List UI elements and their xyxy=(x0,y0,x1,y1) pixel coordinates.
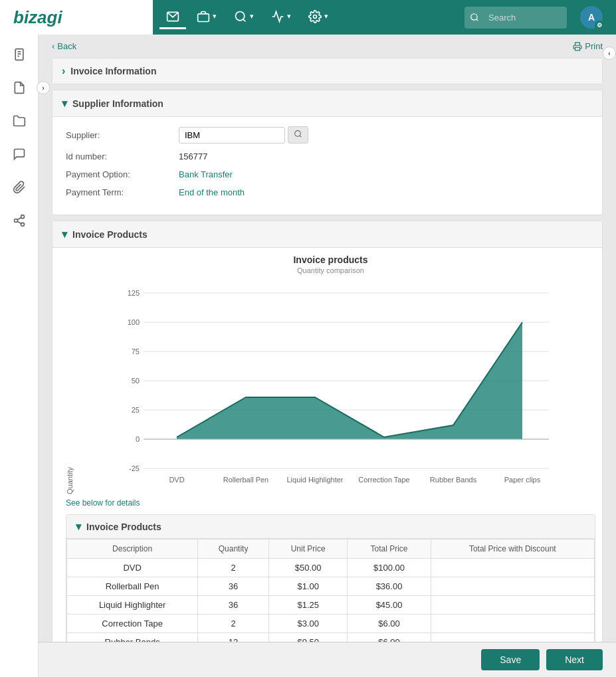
cell-unit_price: $1.25 xyxy=(268,596,348,615)
col-quantity: Quantity xyxy=(198,539,269,559)
save-button[interactable]: Save xyxy=(481,649,540,670)
cell-unit_price: $1.00 xyxy=(268,577,348,596)
id-number-row: Id number: 156777 xyxy=(66,151,589,161)
payment-option-row: Payment Option: Bank Transfer xyxy=(66,169,589,179)
invoice-products-table-header[interactable]: ▾ Invoice Products xyxy=(66,515,595,539)
svg-point-17 xyxy=(295,131,301,137)
svg-point-13 xyxy=(21,223,24,226)
logo-text: bizagi xyxy=(13,7,62,28)
see-below-link[interactable]: See below for details xyxy=(66,498,595,508)
nav-inbox-btn[interactable] xyxy=(159,6,186,29)
cell-unit_price: $3.00 xyxy=(268,615,348,633)
print-icon xyxy=(573,42,582,51)
cell-quantity: 36 xyxy=(198,577,269,596)
invoice-info-toggle-icon: › xyxy=(62,65,65,77)
col-total-price: Total Price xyxy=(348,539,431,559)
table-row: Correction Tape2$3.00$6.00 xyxy=(67,615,595,633)
cell-description: Rollerball Pen xyxy=(67,577,198,596)
svg-text:0: 0 xyxy=(136,435,140,443)
cell-total_price: $100.00 xyxy=(348,559,431,577)
invoice-products-chart-header[interactable]: ▾ Invoice Products xyxy=(52,221,602,248)
avatar-gear-icon: ⚙ xyxy=(595,21,604,30)
sidebar-collapse-btn[interactable]: › xyxy=(37,81,50,94)
cell-description: DVD xyxy=(67,559,198,577)
table-row: DVD2$50.00$100.00 xyxy=(67,559,595,577)
svg-text:Liquid Highlighter: Liquid Highlighter xyxy=(287,476,344,484)
payment-term-value: End of the month xyxy=(179,187,245,197)
svg-line-3 xyxy=(243,19,246,21)
sidebar-icon-clip[interactable] xyxy=(9,177,29,197)
chart-wrap: Quantity 125 xyxy=(66,280,595,494)
svg-text:125: 125 xyxy=(128,289,140,297)
invoice-products-chart-title: Invoice Products xyxy=(72,229,148,240)
cell-quantity: 36 xyxy=(198,596,269,615)
search-input[interactable] xyxy=(482,9,562,26)
bottom-bar: Save Next xyxy=(39,642,616,677)
cell-discount xyxy=(431,577,594,596)
nav-chart-btn[interactable]: ▾ xyxy=(264,6,298,29)
sidebar: › xyxy=(0,35,39,677)
invoice-products-chart-section: ▾ Invoice Products Invoice products Quan… xyxy=(52,221,603,677)
avatar-letter: A xyxy=(588,12,595,23)
chart-y-label: Quantity xyxy=(66,467,74,494)
chart-title: Invoice products xyxy=(66,254,595,265)
cell-total_price: $45.00 xyxy=(348,596,431,615)
svg-point-4 xyxy=(314,15,317,18)
sidebar-icon-chat[interactable] xyxy=(9,144,29,164)
invoice-information-section: › Invoice Information xyxy=(52,58,603,84)
cell-total_price: $36.00 xyxy=(348,577,431,596)
cell-unit_price: $50.00 xyxy=(268,559,348,577)
payment-option-value: Bank Transfer xyxy=(179,169,233,179)
svg-text:Paper clips: Paper clips xyxy=(504,476,541,484)
content-area: ‹ ‹ Back Print › Invoice Information ▾ S… xyxy=(39,35,616,677)
col-description: Description xyxy=(67,539,198,559)
products-table-head: Description Quantity Unit Price Total Pr… xyxy=(67,539,595,559)
col-unit-price: Unit Price xyxy=(268,539,348,559)
chart-svg: 125 100 75 50 25 0 -25 DV xyxy=(77,280,595,492)
sidebar-icon-workflow[interactable] xyxy=(9,211,29,231)
app-logo: bizagi xyxy=(0,0,153,35)
svg-point-12 xyxy=(14,219,17,223)
invoice-info-title: Invoice Information xyxy=(70,66,156,76)
supplier-info-toggle-icon: ▾ xyxy=(62,97,67,110)
svg-line-15 xyxy=(17,217,21,219)
chart-container: Invoice products Quantity comparison Qua… xyxy=(52,248,602,677)
chart-subtitle: Quantity comparison xyxy=(66,266,595,274)
chart-svg-area: 125 100 75 50 25 0 -25 DV xyxy=(77,280,595,494)
cell-discount xyxy=(431,596,594,615)
nav-icons: ▾ ▾ ▾ ▾ xyxy=(153,6,342,29)
sidebar-icon-folder[interactable] xyxy=(9,111,29,131)
right-collapse-btn[interactable]: ‹ xyxy=(603,47,616,60)
supplier-information-body: Supplier: Id number: 156777 Payment Opti… xyxy=(52,117,602,215)
svg-line-6 xyxy=(476,19,478,21)
table-section-title: Invoice Products xyxy=(86,522,161,532)
top-navigation: bizagi ▾ ▾ ▾ ▾ A ⚙ xyxy=(0,0,616,35)
back-button[interactable]: ‹ Back xyxy=(52,41,76,51)
sidebar-icon-doc2[interactable] xyxy=(9,78,29,98)
svg-rect-16 xyxy=(575,47,580,50)
invoice-information-header[interactable]: › Invoice Information xyxy=(52,58,602,84)
sidebar-icon-doc1[interactable] xyxy=(9,45,29,64)
table-toggle-icon: ▾ xyxy=(76,520,81,533)
next-button[interactable]: Next xyxy=(546,649,603,670)
supplier-info-title: Supplier Information xyxy=(72,98,163,109)
search-icon xyxy=(294,130,302,138)
table-row: Rollerball Pen36$1.00$36.00 xyxy=(67,577,595,596)
supplier-input[interactable] xyxy=(179,127,285,144)
id-number-label: Id number: xyxy=(66,151,179,161)
nav-briefcase-btn[interactable]: ▾ xyxy=(190,6,223,29)
cell-description: Liquid Highlighter xyxy=(67,596,198,615)
back-label: Back xyxy=(57,41,76,51)
supplier-search-btn[interactable] xyxy=(288,126,308,144)
avatar[interactable]: A ⚙ xyxy=(580,6,603,29)
supplier-label: Supplier: xyxy=(66,130,179,140)
nav-search-btn[interactable]: ▾ xyxy=(227,6,260,29)
id-number-value: 156777 xyxy=(179,151,207,161)
supplier-information-header[interactable]: ▾ Supplier Information xyxy=(52,90,602,117)
cell-description: Correction Tape xyxy=(67,615,198,633)
page-header: ‹ Back Print xyxy=(52,41,603,51)
print-button[interactable]: Print xyxy=(573,41,603,51)
svg-text:Rubber Bands: Rubber Bands xyxy=(430,476,477,484)
nav-gear-btn[interactable]: ▾ xyxy=(302,6,335,29)
cell-discount xyxy=(431,615,594,633)
